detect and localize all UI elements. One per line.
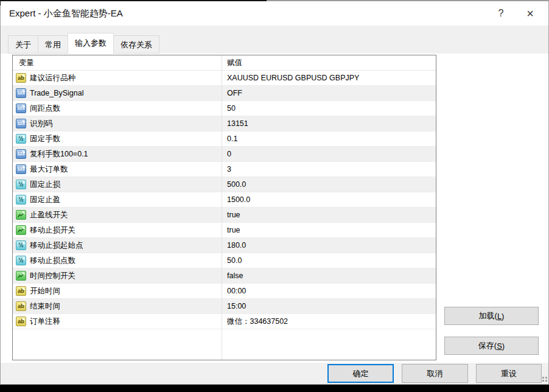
table-row[interactable]: ½固定止盈1500.0 <box>13 192 436 208</box>
parameters-table[interactable]: 变量 赋值 ab建议运行品种XAUUSD EURUSD GBPUSD GBPJP… <box>12 55 436 360</box>
table-header-row: 变量 赋值 <box>13 55 436 71</box>
table-row[interactable]: ½固定手数0.1 <box>13 131 436 147</box>
bool-type-icon <box>16 210 26 220</box>
table-row[interactable]: ½固定止损500.0 <box>13 177 436 192</box>
integer-type-icon: 123 <box>16 149 26 159</box>
table-row[interactable]: ab开始时间00:00 <box>13 284 436 299</box>
param-value[interactable]: 1500.0 <box>222 192 436 207</box>
table-row[interactable]: ab订单注释微信：334637502 <box>13 314 436 329</box>
param-name: 结束时间 <box>30 299 60 313</box>
param-name: 间距点数 <box>30 101 60 116</box>
param-name-cell: 123最大订单数 <box>13 162 222 177</box>
param-name: 开始时间 <box>30 284 60 298</box>
param-name: 最大订单数 <box>30 162 68 177</box>
table-row[interactable]: 123复利手数100=0.10 <box>13 147 436 162</box>
param-name: 固定手数 <box>30 131 60 146</box>
double-type-icon: ½ <box>16 180 26 189</box>
param-value[interactable]: 00:00 <box>222 284 436 298</box>
param-value[interactable]: OFF <box>222 86 436 100</box>
cancel-button[interactable]: 取消 <box>402 364 468 383</box>
icon-glyph: ½ <box>18 131 23 146</box>
icon-glyph: 123 <box>18 116 25 131</box>
param-name: 移动止损开关 <box>30 223 75 237</box>
param-name: 固定止损 <box>30 177 60 192</box>
param-name-cell: ½固定止损 <box>13 177 222 192</box>
reset-button[interactable]: 重设 <box>476 364 542 383</box>
table-row[interactable]: 时间控制开关false <box>13 268 436 284</box>
param-name: 止盈线开关 <box>30 208 68 222</box>
tab-bar: 关于常用输入参数依存关系 <box>1 26 548 54</box>
param-name-cell: 123间距点数 <box>13 101 222 116</box>
param-value[interactable]: 13151 <box>222 116 436 131</box>
help-icon[interactable]: ? <box>491 4 511 23</box>
param-name-cell: 123识别码 <box>13 116 222 131</box>
string-type-icon: ab <box>16 301 26 311</box>
icon-glyph: 123 <box>18 162 25 177</box>
param-name: 复利手数100=0.1 <box>30 147 88 161</box>
double-type-icon: ½ <box>16 134 26 144</box>
save-button[interactable]: 保存(S) <box>444 337 539 355</box>
param-value[interactable]: false <box>222 268 436 283</box>
param-value[interactable]: 0.1 <box>222 131 436 146</box>
string-type-icon: ab <box>16 73 26 83</box>
param-name-cell: 123复利手数100=0.1 <box>13 147 222 161</box>
tab-common[interactable]: 常用 <box>38 35 68 54</box>
close-icon[interactable]: × <box>520 4 540 23</box>
param-value[interactable]: 50.0 <box>222 253 436 268</box>
icon-glyph: ½ <box>18 253 23 268</box>
param-name-cell: ab订单注释 <box>13 314 222 329</box>
icon-glyph: ab <box>18 314 24 329</box>
column-header-value: 赋值 <box>222 55 436 70</box>
integer-type-icon: 123 <box>16 103 26 113</box>
param-value[interactable]: 500.0 <box>222 177 436 192</box>
screen: Expert - 小金鱼智能趋势-EA ? × 关于常用输入参数依存关系 变量 … <box>0 0 549 392</box>
param-name-cell: ½移动止损点数 <box>13 253 222 268</box>
table-row[interactable]: 123识别码13151 <box>13 116 436 131</box>
icon-glyph: 123 <box>18 147 25 161</box>
load-button[interactable]: 加载(L) <box>444 307 539 325</box>
dialog-title: Expert - 小金鱼智能趋势-EA <box>9 1 123 26</box>
column-divider[interactable] <box>222 55 222 360</box>
icon-glyph: ab <box>18 299 24 313</box>
table-row[interactable]: ab结束时间15:00 <box>13 299 436 314</box>
param-name-cell: 移动止损开关 <box>13 223 222 237</box>
icon-glyph: ab <box>18 71 24 85</box>
integer-type-icon: 123 <box>16 164 26 174</box>
table-row[interactable]: 移动止损开关true <box>13 223 436 238</box>
tab-about[interactable]: 关于 <box>8 35 38 54</box>
param-value[interactable]: 0 <box>222 147 436 161</box>
table-row[interactable]: ½移动止损点数50.0 <box>13 253 436 268</box>
icon-glyph: ½ <box>18 192 23 207</box>
param-value[interactable]: XAUUSD EURUSD GBPUSD GBPJPY <box>222 71 436 85</box>
resize-grip[interactable] <box>542 375 548 383</box>
string-type-icon: ab <box>16 286 26 296</box>
param-name: 时间控制开关 <box>30 268 75 283</box>
param-value[interactable]: true <box>222 223 436 237</box>
tab-dependencies[interactable]: 依存关系 <box>113 35 159 54</box>
table-row[interactable]: 123最大订单数3 <box>13 162 436 177</box>
table-row[interactable]: 123间距点数50 <box>13 101 436 116</box>
param-name: 建议运行品种 <box>30 71 75 85</box>
background-window-strip <box>0 385 549 392</box>
double-type-icon: ½ <box>16 195 26 205</box>
table-row[interactable]: 止盈线开关true <box>13 208 436 223</box>
icon-glyph: ab <box>18 284 24 298</box>
column-header-variable: 变量 <box>13 55 222 70</box>
param-value[interactable]: 180.0 <box>222 238 436 253</box>
param-value[interactable]: 微信：334637502 <box>222 314 436 329</box>
param-value[interactable]: 15:00 <box>222 299 436 313</box>
icon-glyph: ½ <box>18 238 23 253</box>
param-name-cell: 止盈线开关 <box>13 208 222 222</box>
table-row[interactable]: ab建议运行品种XAUUSD EURUSD GBPUSD GBPJPY <box>13 71 436 86</box>
table-row[interactable]: 123Trade_BySignalOFF <box>13 86 436 101</box>
param-value[interactable]: 3 <box>222 162 436 177</box>
ok-button[interactable]: 确定 <box>327 364 394 383</box>
param-value[interactable]: true <box>222 208 436 222</box>
tab-input-parameters[interactable]: 输入参数 <box>68 33 114 54</box>
table-row[interactable]: ½移动止损起始点180.0 <box>13 238 436 253</box>
integer-type-icon: 123 <box>16 119 26 128</box>
double-type-icon: ½ <box>16 256 26 265</box>
param-value[interactable]: 50 <box>222 101 436 116</box>
title-bar[interactable]: Expert - 小金鱼智能趋势-EA ? × <box>1 1 548 26</box>
bool-type-icon <box>16 225 26 235</box>
